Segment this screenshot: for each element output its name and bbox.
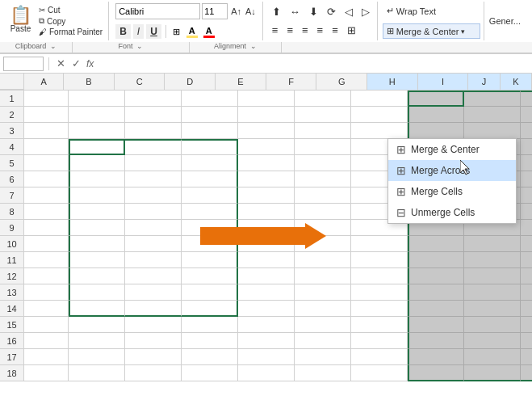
cell-7-9[interactable] <box>521 187 532 204</box>
align-fill-button[interactable]: ≡ <box>313 22 328 39</box>
cell-5-9[interactable] <box>521 155 532 171</box>
cell-13-8[interactable] <box>464 284 521 301</box>
cell-12-6[interactable] <box>351 268 408 284</box>
font-name-input[interactable] <box>115 3 200 19</box>
cell-13-2[interactable] <box>125 284 182 301</box>
cell-6-2[interactable] <box>125 171 182 187</box>
italic-button[interactable]: I <box>133 24 144 39</box>
cell-16-8[interactable] <box>464 333 521 349</box>
cell-2-3[interactable] <box>182 107 238 123</box>
merge-align-button[interactable]: ⊞ <box>343 22 360 39</box>
row-header-18[interactable]: 18 <box>0 365 24 381</box>
cell-15-7[interactable] <box>408 317 464 333</box>
row-header-2[interactable]: 2 <box>0 107 24 123</box>
cell-16-5[interactable] <box>295 333 351 349</box>
cell-12-3[interactable] <box>182 268 238 284</box>
cell-4-9[interactable] <box>521 139 532 155</box>
cell-14-1[interactable] <box>69 301 125 317</box>
cell-14-8[interactable] <box>464 301 521 317</box>
cell-9-4[interactable] <box>238 220 295 236</box>
copy-button[interactable]: ⧉ Copy <box>36 15 105 27</box>
cell-5-4[interactable] <box>238 155 295 171</box>
cell-10-2[interactable] <box>125 236 182 252</box>
row-header-15[interactable]: 15 <box>0 317 24 333</box>
merge-across-item[interactable]: ⊞ Merge Across <box>388 160 516 181</box>
row-header-6[interactable]: 6 <box>0 171 24 187</box>
cell-17-3[interactable] <box>182 349 238 365</box>
cell-8-5[interactable] <box>295 204 351 220</box>
cell-16-9[interactable] <box>521 333 532 349</box>
cell-15-1[interactable] <box>69 317 125 333</box>
cell-12-0[interactable] <box>24 268 69 284</box>
cell-9-3[interactable] <box>182 220 238 236</box>
cell-9-5[interactable] <box>295 220 351 236</box>
cell-18-2[interactable] <box>125 365 182 381</box>
cell-10-3[interactable] <box>182 236 238 252</box>
cell-10-0[interactable] <box>24 236 69 252</box>
formula-input[interactable] <box>97 57 529 70</box>
cell-4-0[interactable] <box>24 139 69 155</box>
cell-2-2[interactable] <box>125 107 182 123</box>
col-header-G[interactable]: G <box>316 74 367 90</box>
cell-12-2[interactable] <box>125 268 182 284</box>
row-header-8[interactable]: 8 <box>0 204 24 220</box>
cell-8-3[interactable] <box>182 204 238 220</box>
cell-11-9[interactable] <box>521 252 532 268</box>
cell-16-0[interactable] <box>24 333 69 349</box>
cell-1-3[interactable] <box>182 91 238 107</box>
increase-font-size-button[interactable]: A↑ <box>229 6 243 17</box>
row-header-13[interactable]: 13 <box>0 284 24 301</box>
cell-2-8[interactable] <box>464 107 521 123</box>
col-header-B[interactable]: B <box>64 74 115 90</box>
cell-18-3[interactable] <box>182 365 238 381</box>
row-header-17[interactable]: 17 <box>0 349 24 365</box>
col-header-C[interactable]: C <box>115 74 165 90</box>
cell-14-0[interactable] <box>24 301 69 317</box>
cell-5-1[interactable] <box>69 155 125 171</box>
cell-3-1[interactable] <box>69 123 125 139</box>
cell-7-1[interactable] <box>69 187 125 204</box>
cell-9-9[interactable] <box>521 220 532 236</box>
cell-6-0[interactable] <box>24 171 69 187</box>
cell-5-2[interactable] <box>125 155 182 171</box>
cell-11-6[interactable] <box>351 252 408 268</box>
cell-4-3[interactable] <box>182 139 238 155</box>
cell-15-6[interactable] <box>351 317 408 333</box>
cell-16-3[interactable] <box>182 333 238 349</box>
cell-6-5[interactable] <box>295 171 351 187</box>
cell-14-2[interactable] <box>125 301 182 317</box>
cell-17-0[interactable] <box>24 349 69 365</box>
cell-3-7[interactable] <box>408 123 464 139</box>
cell-1-9[interactable] <box>521 91 532 107</box>
cell-17-1[interactable] <box>69 349 125 365</box>
cell-10-4[interactable] <box>238 236 295 252</box>
cell-2-9[interactable] <box>521 107 532 123</box>
cell-18-6[interactable] <box>351 365 408 381</box>
cell-1-6[interactable] <box>351 91 408 107</box>
cell-4-5[interactable] <box>295 139 351 155</box>
cell-1-4[interactable] <box>238 91 295 107</box>
cell-17-4[interactable] <box>238 349 295 365</box>
cell-15-5[interactable] <box>295 317 351 333</box>
cell-13-0[interactable] <box>24 284 69 301</box>
cell-10-7[interactable] <box>408 236 464 252</box>
format-painter-button[interactable]: 🖌 Format Painter <box>36 27 105 37</box>
cell-17-7[interactable] <box>408 349 464 365</box>
cell-6-3[interactable] <box>182 171 238 187</box>
cell-18-7[interactable] <box>408 365 464 381</box>
cell-13-5[interactable] <box>295 284 351 301</box>
cell-17-8[interactable] <box>464 349 521 365</box>
row-header-12[interactable]: 12 <box>0 268 24 284</box>
row-header-9[interactable]: 9 <box>0 220 24 236</box>
cell-6-4[interactable] <box>238 171 295 187</box>
cell-4-2[interactable] <box>125 139 182 155</box>
fill-color-button[interactable]: A <box>185 25 199 39</box>
indent-increase-button[interactable]: ▷ <box>358 3 374 20</box>
cell-11-2[interactable] <box>125 252 182 268</box>
cell-11-0[interactable] <box>24 252 69 268</box>
cell-13-9[interactable] <box>521 284 532 301</box>
merge-center-button[interactable]: ⊞ Merge & Center ▾ <box>383 23 480 39</box>
cell-12-1[interactable] <box>69 268 125 284</box>
cell-7-5[interactable] <box>295 187 351 204</box>
cell-1-0[interactable] <box>24 91 69 107</box>
